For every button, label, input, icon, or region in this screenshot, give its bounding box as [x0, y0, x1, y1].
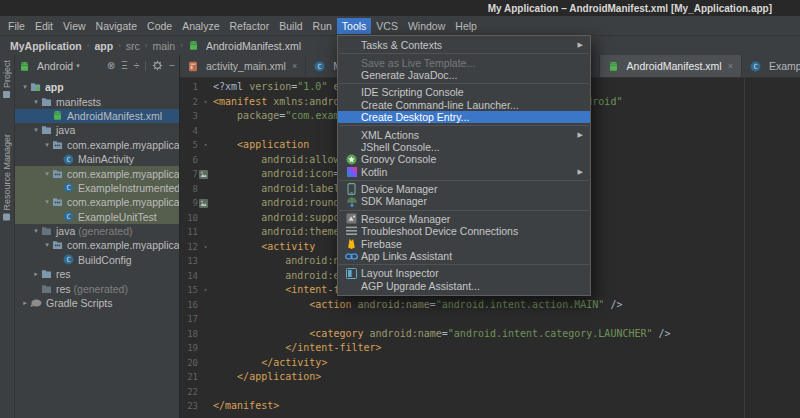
menu-item-firebase[interactable]: Firebase: [338, 237, 590, 249]
hide-panel-icon[interactable]: −: [169, 61, 175, 71]
breadcrumb-item-src[interactable]: src: [124, 40, 142, 52]
menu-file[interactable]: File: [3, 18, 30, 34]
menu-item-label: XML Actions: [361, 129, 578, 141]
menu-item-generate-javadoc[interactable]: Generate JavaDoc...: [338, 69, 590, 81]
code-line[interactable]: 21 </application>: [180, 370, 800, 385]
menu-item-xml-actions[interactable]: XML Actions▶: [338, 128, 590, 140]
tree-item-com-example-myapplication[interactable]: ▾com.example.myapplication: [15, 166, 179, 180]
code-token: </intent-filter>: [285, 341, 381, 356]
chevron-expanded-icon[interactable]: ▾: [31, 98, 41, 106]
tree-item-res[interactable]: res (generated): [15, 281, 179, 295]
code-line[interactable]: 20 </activity>: [180, 356, 800, 371]
menu-edit[interactable]: Edit: [30, 18, 58, 34]
gear-icon[interactable]: [152, 60, 163, 73]
code-token: [213, 356, 261, 371]
project-view-selector[interactable]: Android: [37, 60, 73, 72]
breadcrumb-item-myapplication[interactable]: MyApplication: [8, 40, 84, 52]
code-line[interactable]: 16 <action android:name="android.intent.…: [180, 298, 800, 313]
chevron-expanded-icon[interactable]: ▾: [42, 170, 52, 178]
chevron-expanded-icon[interactable]: ▾: [42, 198, 52, 206]
chevron-expanded-icon[interactable]: ▾: [31, 126, 41, 134]
code-token: [213, 225, 261, 240]
tab-activity-main-xml[interactable]: activity_main.xml×: [180, 55, 306, 77]
code-token: [213, 240, 261, 255]
tree-item-exampleinstrumentedtest[interactable]: CExampleInstrumentedTest: [15, 181, 179, 195]
code-line[interactable]: 23</manifest>: [180, 399, 800, 414]
menu-item-resource-manager[interactable]: Resource Manager: [338, 213, 590, 225]
breadcrumb-item-app[interactable]: app: [92, 40, 115, 52]
tree-item-java[interactable]: ▾java: [15, 123, 179, 137]
menu-item-create-desktop-entry[interactable]: Create Desktop Entry...: [338, 111, 590, 123]
breadcrumb-item-main[interactable]: main: [150, 40, 177, 52]
tree-item-exampleunittest[interactable]: CExampleUnitTest: [15, 210, 179, 224]
chevron-expanded-icon[interactable]: ▾: [20, 83, 30, 91]
tree-item-java[interactable]: ▾java (generated): [15, 224, 179, 238]
menu-item-tasks-contexts[interactable]: Tasks & Contexts▶: [338, 39, 590, 51]
tab-exampleunittest-kt[interactable]: CExampleUnitTest.kt×: [742, 55, 800, 77]
menu-navigate[interactable]: Navigate: [91, 18, 142, 34]
breadcrumb-item-androidmanifest-xml[interactable]: AndroidManifest.xml: [186, 40, 303, 52]
menu-analyze[interactable]: Analyze: [177, 18, 224, 34]
menu-run[interactable]: Run: [308, 18, 337, 34]
collapse-all-icon[interactable]: Ξ: [121, 61, 128, 71]
menu-item-layout-inspector[interactable]: Layout Inspector: [338, 267, 590, 279]
view-options-icon[interactable]: ÷: [134, 61, 140, 71]
tree-item-com-example-myapplication[interactable]: ▾com.example.myapplication: [15, 138, 179, 152]
close-icon[interactable]: ×: [292, 61, 297, 71]
tree-item-com-example-myapplication[interactable]: ▾com.example.myapplication: [15, 195, 179, 209]
code-token: android:theme: [261, 225, 339, 240]
locate-file-icon[interactable]: ⊗: [107, 61, 115, 71]
menu-item-app-links-assistant[interactable]: App Links Assistant: [338, 250, 590, 262]
groovy-icon: [342, 154, 361, 165]
code-token: [213, 254, 285, 269]
menu-item-kotlin[interactable]: Kotlin▶: [338, 166, 590, 178]
class-icon: C: [314, 61, 325, 72]
tool-stripe-resource-manager[interactable]: Resource Manager: [2, 134, 12, 221]
menu-item-troubleshoot-device-connections[interactable]: Troubleshoot Device Connections: [338, 225, 590, 237]
menu-help[interactable]: Help: [450, 18, 482, 34]
chevron-expanded-icon[interactable]: ▾: [42, 241, 52, 249]
menu-tools[interactable]: Tools: [337, 18, 372, 34]
code-line[interactable]: 18 <category android:name="android.inten…: [180, 327, 800, 342]
tree-item-label: BuildConfig: [78, 254, 132, 266]
folder-gen-icon: [41, 284, 52, 294]
tab-androidmanifest-xml[interactable]: AndroidManifest.xml×: [600, 55, 742, 77]
chevron-collapsed-icon[interactable]: ▸: [31, 270, 41, 278]
menu-item-groovy-console[interactable]: Groovy Console: [338, 153, 590, 165]
chevron-expanded-icon[interactable]: ▾: [42, 141, 52, 149]
menu-refactor[interactable]: Refactor: [225, 18, 275, 34]
tree-item-androidmanifest-xml[interactable]: AndroidManifest.xml: [15, 109, 179, 123]
menu-window[interactable]: Window: [403, 18, 450, 34]
layout-inspector-icon: [342, 268, 361, 279]
tree-item-manifests[interactable]: ▾manifests: [15, 94, 179, 108]
menu-vcs[interactable]: VCS: [371, 18, 403, 34]
code-line[interactable]: 17: [180, 312, 800, 327]
chevron-expanded-icon[interactable]: ▾: [31, 227, 41, 235]
menu-item-jshell-console[interactable]: JShell Console...: [338, 141, 590, 153]
menu-item-create-command-line-launcher[interactable]: Create Command-line Launcher...: [338, 99, 590, 111]
code-line[interactable]: 22: [180, 385, 800, 400]
menu-item-agp-upgrade-assistant[interactable]: AGP Upgrade Assistant...: [338, 280, 590, 292]
code-line[interactable]: 19 </intent-filter>: [180, 341, 800, 356]
fold-marker-icon[interactable]: ▾: [204, 283, 208, 298]
tree-item-com-example-myapplication[interactable]: ▾com.example.myapplication: [15, 238, 179, 252]
menu-build[interactable]: Build: [274, 18, 307, 34]
menu-item-device-manager[interactable]: Device Manager: [338, 183, 590, 195]
close-icon[interactable]: ×: [728, 61, 733, 71]
tree-item-gradle-scripts[interactable]: ▸Gradle Scripts: [15, 296, 179, 310]
fold-marker-icon[interactable]: ▾: [204, 138, 208, 153]
tree-item-buildconfig[interactable]: CBuildConfig: [15, 253, 179, 267]
tree-item-res[interactable]: ▸res: [15, 267, 179, 281]
menu-code[interactable]: Code: [142, 18, 177, 34]
tool-stripe-project[interactable]: Project: [2, 60, 12, 98]
fold-marker-icon[interactable]: ▾: [204, 95, 208, 110]
chevron-collapsed-icon[interactable]: ▸: [20, 299, 30, 307]
menu-view[interactable]: View: [58, 18, 91, 34]
menu-item-sdk-manager[interactable]: SDK Manager: [338, 195, 590, 207]
fold-marker-icon[interactable]: ▾: [204, 240, 208, 255]
menu-item-ide-scripting-console[interactable]: IDE Scripting Console: [338, 86, 590, 98]
tree-item-label: MainActivity: [78, 153, 134, 165]
line-number: 6: [180, 153, 198, 168]
tree-item-app[interactable]: ▾app: [15, 80, 179, 94]
tree-item-mainactivity[interactable]: CMainActivity: [15, 152, 179, 166]
